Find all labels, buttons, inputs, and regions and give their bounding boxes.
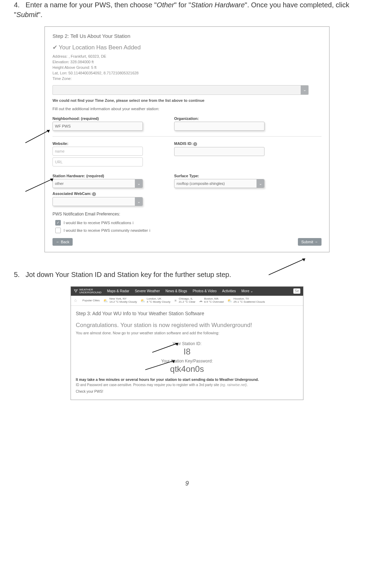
instr4-d: Station Hardware [191,1,245,9]
info-icon: i [132,221,133,225]
star-icon[interactable]: ☆ [74,298,78,303]
instr5-text: Jot down Your Station ID and Station key… [26,271,231,278]
info-icon: i [149,228,150,232]
website-url-input[interactable]: URL [52,157,143,166]
screenshot-step3: ᗊ WEATHERUNDERGROUND Maps & Radar Severe… [71,286,303,400]
chevron-down-icon: ⌄ [257,179,264,188]
hardware-label: Station Hardware: (required) [52,174,143,178]
madis-input[interactable] [174,147,265,156]
instruction-4: 4. Enter a name for your PWS, then choos… [14,0,360,19]
organization-label: Organization: [174,116,265,121]
prefs-title: PWS Notification Email Preferences: [52,212,322,217]
timezone-warning: We could not find your Time Zone, please… [52,98,322,103]
location-info: Address: , Frankfurt, 60323, DE Elevatio… [52,54,322,82]
back-button[interactable]: ←Back [52,238,73,246]
popular-cities-label: Popular Cities [82,299,100,302]
nav-maps[interactable]: Maps & Radar [107,289,129,293]
city-houston[interactable]: ⛅Houston, TX25.1 °C Scattered Clouds [227,297,265,304]
screenshot-step2: Step 2: Tell Us About Your Station ✔Your… [44,26,330,252]
info-address: Address: , Frankfurt, 60323, DE [52,54,322,59]
divider [52,136,322,137]
chevron-down-icon: ⌄ [135,197,143,206]
nav-more[interactable]: More ⌄ [241,289,253,293]
chevron-down-icon: ⌄ [301,85,308,95]
info-height: Height Above Ground: 5 ft [52,65,322,71]
station-key-label: Your Station Key/Password: [76,359,298,364]
city-bar: ☆ Popular Cities ⛅New York, NY14.2 °C Mo… [71,296,303,306]
weather-icon: ⛅ [140,299,145,303]
organization-input[interactable] [174,122,265,131]
info-elevation: Elevation: 328.084000 ft [52,59,322,65]
checkbox-icon [55,228,61,233]
logo[interactable]: ᗊ WEATHERUNDERGROUND [74,288,101,294]
webcam-label: Associated WebCam:i [52,191,143,196]
fillout-text: Fill out the additional information abou… [52,107,322,111]
surface-select[interactable]: rooftop (composite-shingles) ⌄ [174,179,265,188]
instr4-b: Other [157,1,174,9]
logo-icon: ᗊ [74,289,78,293]
info-icon: i [92,192,96,196]
almost-done-text: You are almost done. Now go to your weat… [76,331,298,335]
congrats-text: Congratulations. Your station is now reg… [76,322,298,329]
city-london[interactable]: ⛅London, UK4 °C Mostly Cloudy [140,297,170,304]
nav-activities[interactable]: Activities [222,289,236,293]
submit-button[interactable]: Submit→ [298,238,322,246]
weather-icon: ⛅ [103,299,108,303]
neighborhood-input[interactable]: WF PWS [52,122,143,131]
checkbox-newsletter[interactable]: I would like to receive PWS community ne… [52,228,322,233]
info-tz: Time Zone: [52,76,322,82]
instruction-5: 5. Jot down Your Station ID and Station … [14,270,360,279]
step2-title: Step 2: Tell Us About Your Station [52,33,322,39]
nav-news[interactable]: News & Blogs [165,289,187,293]
case-sensitive-note: ID and Password are case-sensitive. Proc… [76,383,298,387]
weather-icon: ☀ [174,299,177,303]
website-name-input[interactable]: name [52,147,143,156]
checkbox-notifications[interactable]: ✓ I would like to receive PWS notificati… [52,220,322,226]
check-icon: ✔ [52,44,57,51]
instr4-g: ". [38,11,42,18]
page-number: 9 [14,480,360,487]
station-key-value: qtk4on0s [76,364,298,374]
check-pws-link[interactable]: Check your PWS! [76,390,298,393]
city-newyork[interactable]: ⛅New York, NY14.2 °C Mostly Cloudy [103,297,137,304]
station-id-label: Your Station ID: [76,341,298,346]
may-take-note: It may take a few minutes or several hou… [76,377,298,382]
step3-title: Step 3: Add Your WU Info to Your Weather… [76,311,298,316]
checkbox-icon: ✓ [55,220,61,226]
search-input[interactable]: Se [293,288,300,294]
instr5-num: 5. [14,270,24,279]
website-label: Website: [52,141,143,146]
instr4-c: " for " [174,1,191,9]
location-added: ✔Your Location Has Been Added [52,44,322,51]
city-chicago[interactable]: ☀Chicago, IL21.2 °C Clear [174,297,195,304]
weather-icon: ⛅ [227,299,232,303]
surface-label: Surface Type: [174,174,265,178]
city-boston[interactable]: ☁Boston, MA8.5 °C Overcast [199,297,224,304]
madis-label: MADIS ID:i [174,141,265,146]
station-id-value: I8 [76,347,298,357]
nav-photos[interactable]: Photos & Video [193,289,217,293]
timezone-select[interactable]: ⌄ [52,85,309,95]
info-icon: i [193,142,197,146]
hardware-select[interactable]: other ⌄ [52,179,143,188]
info-latlon: Lat, Lon: 50.1148400354092, 8.7172108053… [52,71,322,76]
arrow-right-icon: → [314,240,318,244]
instr4-a: Enter a name for your PWS, then choose " [26,1,157,9]
chevron-down-icon: ⌄ [135,179,143,188]
top-nav: ᗊ WEATHERUNDERGROUND Maps & Radar Severe… [71,287,303,296]
svg-marker-5 [302,259,305,261]
nav-severe[interactable]: Severe Weather [135,289,160,293]
arrow-left-icon: ← [56,240,60,244]
neighborhood-label: Neighborhood: (required) [52,116,143,121]
instr4-num: 4. [14,0,24,10]
webcam-select[interactable]: ⌄ [52,197,143,206]
instr4-f: Submit [16,11,38,18]
weather-icon: ☁ [199,299,203,303]
